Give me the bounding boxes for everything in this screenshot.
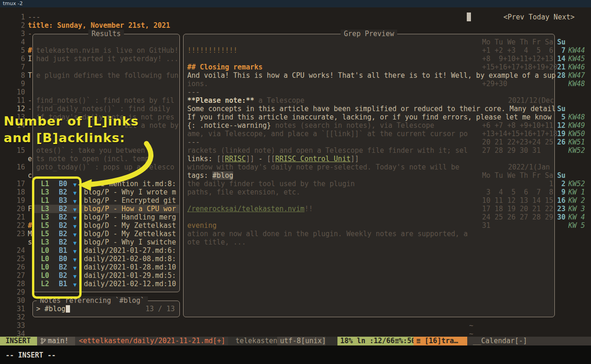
annotation-highlight-box [32,176,82,299]
tmux-title: tmux -2 [3,0,23,6]
git-branch-icon [41,338,46,344]
prompt-window: Notes referencing `#blog` > #blog 13 / 1… [32,301,180,317]
grep-preview-window: Grep Preview [183,34,555,317]
pane-indicator [467,13,471,21]
calendar-statusline-segment: __Calendar[-] [467,337,591,345]
whitespace-warning-segment: ≡ [16]tra… [413,337,467,345]
git-branch-segment[interactable]: main! [37,337,75,345]
results-window-title: Results [88,30,124,38]
text-cursor [66,305,70,313]
annotation-arrow-icon [70,137,167,192]
search-input[interactable]: > #blog [36,305,65,313]
vim-mode-segment: INSERT [0,337,37,345]
calendar-nav[interactable]: <Prev Today Next> [503,13,575,21]
encoding-segment: utf-8[unix] [277,337,325,345]
filename-segment[interactable]: <ettelkasten/daily/2021-11-21.md[+] [75,337,228,345]
command-line: -- INSERT -- [0,345,591,364]
mode-indicator-text: -- INSERT -- [6,351,56,359]
tmux-title-bar: tmux -2 [0,0,591,7]
annotation-text-1: Number of [L]inks [4,114,139,128]
statusline: INSERT main! <ettelkasten/daily/2021-11-… [0,337,591,345]
terminal-screen: tmux -2 <Prev Today Next> Results Grep P… [0,0,591,364]
grep-preview-window-title: Grep Preview [341,30,397,38]
git-branch-label: main! [48,337,69,345]
cursor-position-segment: 18% ln :12/66≡%:50 [337,337,413,345]
results-counter: 13 / 13 [146,305,175,313]
